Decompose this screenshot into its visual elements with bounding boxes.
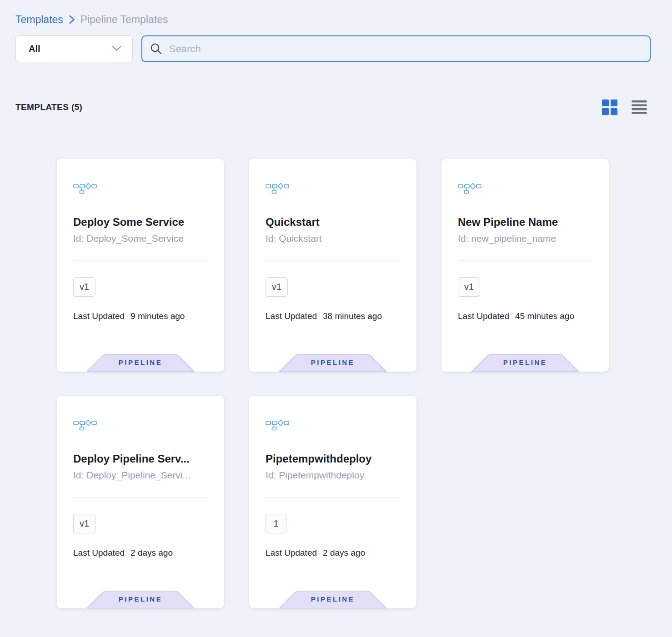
search-icon xyxy=(150,43,162,55)
view-toggles xyxy=(602,100,647,115)
pipeline-type-badge: PIPELINE xyxy=(86,590,195,608)
template-id: Id: Deploy_Some_Service xyxy=(73,233,208,244)
template-card[interactable]: Deploy Pipeline Serv... Id: Deploy_Pipel… xyxy=(57,396,224,608)
pipeline-type-label: PIPELINE xyxy=(86,595,195,603)
template-title: Quickstart xyxy=(266,216,400,229)
template-title: Pipetempwithdeploy xyxy=(266,453,400,465)
last-updated-row: Last Updated 38 minutes ago xyxy=(266,311,400,321)
template-title: Deploy Pipeline Serv... xyxy=(73,453,208,465)
last-updated-value: 2 days ago xyxy=(130,548,173,558)
pipeline-type-label: PIPELINE xyxy=(279,358,387,366)
pipeline-icon xyxy=(266,181,289,194)
pipeline-type-badge: PIPELINE xyxy=(471,353,579,372)
chevron-right-icon xyxy=(69,15,75,25)
template-card[interactable]: Deploy Some Service Id: Deploy_Some_Serv… xyxy=(57,159,224,372)
version-badge: v1 xyxy=(73,514,95,533)
pipeline-type-label: PIPELINE xyxy=(86,358,195,366)
template-title: Deploy Some Service xyxy=(73,216,208,229)
grid-view-button[interactable] xyxy=(602,100,617,115)
template-id: Id: Pipetempwithdeploy xyxy=(266,470,400,481)
last-updated-row: Last Updated 2 days ago xyxy=(73,548,208,558)
selected-filter-value: All xyxy=(29,44,40,54)
last-updated-label: Last Updated xyxy=(458,311,509,321)
pipeline-type-label: PIPELINE xyxy=(279,595,387,603)
template-card[interactable]: New Pipeline Name Id: new_pipeline_name … xyxy=(441,159,609,372)
chevron-down-icon xyxy=(112,45,121,53)
version-badge: 1 xyxy=(266,514,286,533)
pipeline-type-badge: PIPELINE xyxy=(279,590,387,608)
last-updated-row: Last Updated 2 days ago xyxy=(266,548,400,558)
last-updated-value: 38 minutes ago xyxy=(323,311,382,321)
pipeline-icon xyxy=(266,418,289,431)
templates-grid: Deploy Some Service Id: Deploy_Some_Serv… xyxy=(57,159,672,608)
last-updated-label: Last Updated xyxy=(266,311,317,321)
last-updated-label: Last Updated xyxy=(266,548,317,558)
search-input[interactable] xyxy=(169,43,642,55)
grid-icon xyxy=(602,100,617,115)
last-updated-value: 2 days ago xyxy=(323,548,365,558)
last-updated-label: Last Updated xyxy=(73,311,125,321)
last-updated-value: 9 minutes ago xyxy=(130,311,185,321)
template-title: New Pipeline Name xyxy=(458,216,592,229)
list-icon xyxy=(632,100,647,114)
pipeline-icon xyxy=(73,418,97,431)
version-badge: v1 xyxy=(458,277,480,297)
pipeline-type-badge: PIPELINE xyxy=(279,353,387,372)
template-card[interactable]: Pipetempwithdeploy Id: Pipetempwithdeplo… xyxy=(249,396,416,608)
breadcrumb-link-templates[interactable]: Templates xyxy=(15,14,63,26)
pipeline-icon xyxy=(73,181,97,194)
breadcrumb: Templates Pipeline Templates xyxy=(0,0,672,27)
version-badge: v1 xyxy=(266,277,288,297)
controls-row: All xyxy=(15,35,651,62)
template-id: Id: new_pipeline_name xyxy=(458,233,592,244)
section-header: TEMPLATES (5) xyxy=(15,100,647,115)
template-id: Id: Deploy_Pipeline_Servi... xyxy=(73,470,208,481)
search-box xyxy=(141,35,651,62)
section-title: TEMPLATES (5) xyxy=(15,102,82,112)
pipeline-icon xyxy=(458,181,481,194)
template-card[interactable]: Quickstart Id: Quickstart v1 Last Update… xyxy=(249,159,416,372)
last-updated-label: Last Updated xyxy=(73,548,125,558)
breadcrumb-current-page: Pipeline Templates xyxy=(80,14,168,26)
pipeline-type-badge: PIPELINE xyxy=(86,353,195,372)
template-id: Id: Quickstart xyxy=(266,233,400,244)
last-updated-row: Last Updated 9 minutes ago xyxy=(73,311,208,321)
pipeline-templates-page: Templates Pipeline Templates All TEMPLAT… xyxy=(0,0,672,637)
list-view-button[interactable] xyxy=(632,100,647,114)
last-updated-row: Last Updated 45 minutes ago xyxy=(458,311,592,321)
template-scope-select[interactable]: All xyxy=(15,35,133,62)
version-badge: v1 xyxy=(73,277,95,297)
pipeline-type-label: PIPELINE xyxy=(471,358,579,366)
last-updated-value: 45 minutes ago xyxy=(515,311,574,321)
